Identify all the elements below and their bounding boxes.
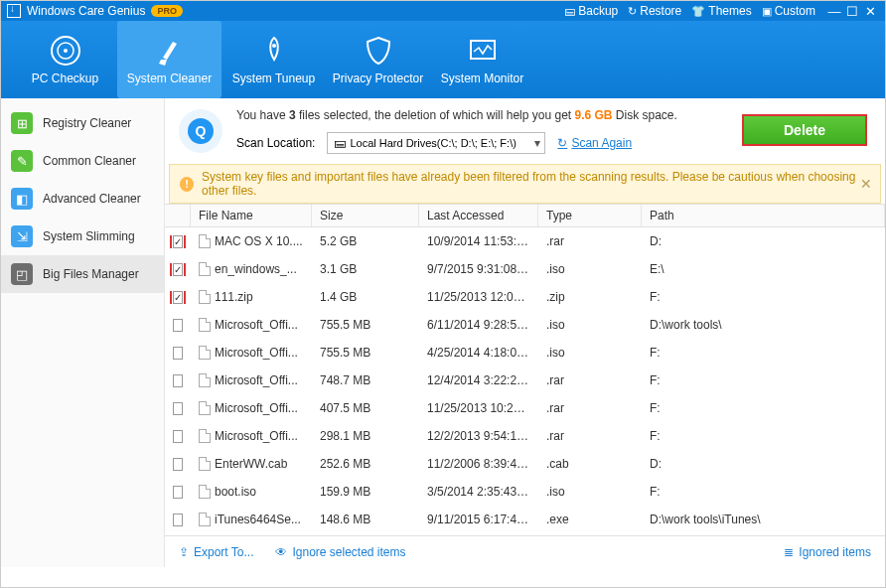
- cell-size: 748.7 MB: [312, 373, 419, 387]
- file-icon: [199, 373, 211, 387]
- cell-last-accessed: 6/11/2014 9:28:58 AM: [419, 318, 538, 332]
- cell-last-accessed: 11/25/2013 10:21:00 ...: [419, 401, 538, 415]
- custom-link[interactable]: ▣Custom: [762, 4, 815, 18]
- sidebar-big-files-manager[interactable]: ◰Big Files Manager: [1, 255, 164, 293]
- scan-again-link[interactable]: ↻Scan Again: [557, 136, 632, 150]
- row-checkbox[interactable]: [173, 347, 183, 360]
- table-row[interactable]: Microsoft_Offi...748.7 MB12/4/2014 3:22:…: [165, 367, 885, 394]
- cell-size: 3.1 GB: [312, 262, 419, 276]
- tab-privacy-protector[interactable]: Privacy Protector: [326, 21, 430, 98]
- cell-type: .rar: [538, 373, 642, 387]
- advanced-icon: ◧: [11, 188, 33, 210]
- sidebar-system-slimming[interactable]: ⇲System Slimming: [1, 218, 164, 255]
- table-row[interactable]: Microsoft_Offi...298.1 MB12/2/2013 9:54:…: [165, 422, 885, 450]
- close-warning-button[interactable]: ✕: [860, 176, 872, 192]
- file-icon: [199, 346, 211, 360]
- cell-type: .exe: [538, 513, 642, 526]
- table-row[interactable]: ✓111.zip1.4 GB11/25/2013 12:07:12 ....zi…: [165, 283, 885, 311]
- col-size[interactable]: Size: [312, 205, 419, 226]
- tab-pc-checkup[interactable]: PC Checkup: [13, 21, 117, 98]
- row-checkbox[interactable]: ✓: [173, 291, 183, 304]
- themes-link[interactable]: 👕Themes: [691, 4, 751, 18]
- col-path[interactable]: Path: [642, 205, 885, 226]
- table-row[interactable]: iTunes6464Se...148.6 MB9/11/2015 6:17:44…: [165, 506, 885, 533]
- custom-icon: ▣: [762, 5, 772, 18]
- cell-size: 298.1 MB: [312, 429, 419, 443]
- cell-file-name: 111.zip: [191, 290, 312, 305]
- disk-icon: [179, 109, 222, 153]
- tab-system-monitor[interactable]: System Monitor: [430, 21, 534, 98]
- row-checkbox[interactable]: [173, 430, 183, 443]
- cell-last-accessed: 11/2/2006 8:39:48 PM: [419, 457, 538, 471]
- file-icon: [199, 457, 211, 471]
- table-row[interactable]: Microsoft_Offi...755.5 MB6/11/2014 9:28:…: [165, 311, 885, 339]
- cell-path: D:: [642, 457, 885, 471]
- backup-link[interactable]: 🖴Backup: [564, 4, 618, 18]
- sidebar-registry-cleaner[interactable]: ⊞Registry Cleaner: [1, 104, 164, 142]
- cell-last-accessed: 9/7/2015 9:31:08 AM: [419, 262, 538, 276]
- list-icon: ≣: [784, 545, 794, 559]
- cell-size: 407.5 MB: [312, 401, 419, 415]
- file-icon: [199, 318, 211, 332]
- table-row[interactable]: ✓MAC OS X 10....5.2 GB10/9/2014 11:53:18…: [165, 227, 885, 255]
- delete-button[interactable]: Delete: [742, 114, 867, 146]
- minimize-button[interactable]: —: [825, 4, 843, 19]
- row-checkbox[interactable]: ✓: [173, 235, 183, 248]
- export-button[interactable]: ⇪Export To...: [179, 545, 253, 559]
- cell-type: .cab: [538, 457, 642, 471]
- tab-system-tuneup[interactable]: System Tuneup: [222, 21, 326, 98]
- tab-system-cleaner[interactable]: System Cleaner: [117, 21, 222, 98]
- row-checkbox[interactable]: ✓: [173, 263, 183, 276]
- app-title: Windows Care Genius: [27, 4, 145, 18]
- restore-link[interactable]: ↻Restore: [628, 4, 681, 18]
- file-table-body: ✓MAC OS X 10....5.2 GB10/9/2014 11:53:18…: [165, 227, 885, 535]
- row-checkbox[interactable]: [173, 402, 183, 415]
- cell-size: 5.2 GB: [312, 234, 419, 248]
- row-checkbox[interactable]: [173, 486, 183, 499]
- table-row[interactable]: boot.iso159.9 MB3/5/2014 2:35:43 PM.isoF…: [165, 478, 885, 506]
- drive-icon: 🖴: [334, 136, 346, 150]
- col-file-name[interactable]: File Name: [191, 205, 312, 226]
- close-button[interactable]: ✕: [861, 4, 879, 19]
- table-row[interactable]: EnterWW.cab252.6 MB11/2/2006 8:39:48 PM.…: [165, 450, 885, 478]
- cell-last-accessed: 10/9/2014 11:53:18 AM: [419, 234, 538, 248]
- cell-file-name: Microsoft_Offi...: [191, 401, 312, 416]
- col-type[interactable]: Type: [538, 205, 642, 226]
- file-icon: [199, 513, 211, 526]
- cell-type: .zip: [538, 290, 642, 304]
- sidebar-common-cleaner[interactable]: ✎Common Cleaner: [1, 142, 164, 180]
- cell-last-accessed: 12/2/2013 9:54:15 AM: [419, 429, 538, 443]
- export-icon: ⇪: [179, 545, 189, 559]
- scan-location-dropdown[interactable]: 🖴 Local Hard Drives(C:\; D:\; E:\; F:\) …: [327, 132, 545, 154]
- sidebar-advanced-cleaner[interactable]: ◧Advanced Cleaner: [1, 180, 164, 218]
- file-icon: [199, 262, 211, 276]
- table-row[interactable]: Microsoft_Offi...407.5 MB11/25/2013 10:2…: [165, 394, 885, 422]
- cell-last-accessed: 4/25/2014 4:18:09 PM: [419, 346, 538, 360]
- col-last-accessed[interactable]: Last Accessed: [419, 205, 538, 226]
- maximize-button[interactable]: ☐: [843, 4, 861, 19]
- cell-path: D:: [642, 234, 885, 248]
- big-files-icon: ◰: [11, 263, 33, 285]
- table-row[interactable]: ✓en_windows_...3.1 GB9/7/2015 9:31:08 AM…: [165, 255, 885, 283]
- cell-size: 755.5 MB: [312, 346, 419, 360]
- slim-icon: ⇲: [11, 225, 33, 247]
- main-panel: Delete You have 3 files selected, the de…: [165, 98, 885, 567]
- footer-bar: ⇪Export To... 👁Ignore selected items ≣Ig…: [165, 535, 885, 567]
- ignore-selected-button[interactable]: 👁Ignore selected items: [275, 545, 405, 559]
- cell-last-accessed: 9/11/2015 6:17:44 PM: [419, 513, 538, 526]
- row-checkbox[interactable]: [173, 374, 183, 387]
- cell-file-name: Microsoft_Offi...: [191, 373, 312, 388]
- cell-path: F:: [642, 485, 885, 499]
- svg-point-3: [272, 44, 276, 48]
- cell-type: .iso: [538, 346, 642, 360]
- cell-size: 148.6 MB: [312, 513, 419, 526]
- row-checkbox[interactable]: [173, 514, 183, 526]
- radar-icon: [49, 34, 82, 68]
- ignored-items-link[interactable]: ≣Ignored items: [784, 545, 871, 559]
- table-row[interactable]: Microsoft_Offi...755.5 MB4/25/2014 4:18:…: [165, 339, 885, 367]
- file-icon: [199, 429, 211, 443]
- warning-banner: ! System key files and important files h…: [169, 164, 881, 204]
- row-checkbox[interactable]: [173, 319, 183, 332]
- cell-path: D:\work tools\: [642, 318, 885, 332]
- row-checkbox[interactable]: [173, 458, 183, 471]
